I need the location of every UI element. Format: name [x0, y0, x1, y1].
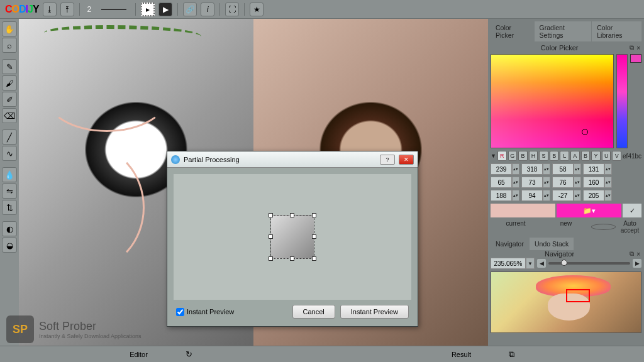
hex-value[interactable]: ef41bc [623, 153, 641, 160]
color-tab-u[interactable]: U [602, 151, 611, 161]
resize-handle[interactable] [269, 213, 273, 217]
curve-tool[interactable]: ∿ [2, 146, 17, 161]
spinner-10[interactable] [552, 190, 574, 201]
close-button[interactable]: ✕ [399, 155, 414, 165]
auto-accept-toggle[interactable]: Auto accept [591, 220, 641, 234]
instant-preview-checkbox[interactable]: Instant Preview [176, 308, 234, 316]
spinner-arrows[interactable]: ▴▾ [574, 163, 581, 175]
color-tab-a[interactable]: A [570, 151, 580, 161]
color-tab-b3[interactable]: B [581, 151, 591, 161]
resize-handle[interactable] [269, 234, 273, 239]
preview-frame-button[interactable]: ▸ [141, 3, 155, 16]
accept-color-button[interactable]: ✓ [623, 204, 641, 217]
dialog-titlebar[interactable]: Partial Processing ? ✕ [167, 151, 418, 168]
crop-selection[interactable] [270, 215, 314, 259]
pen-tool[interactable]: ✎ [2, 59, 17, 74]
import-button[interactable]: ⭳ [43, 3, 57, 16]
spinner-arrows[interactable]: ▴▾ [604, 190, 612, 201]
spinner-arrows[interactable]: ▴▾ [543, 163, 550, 175]
mask-tool[interactable]: ◐ [2, 221, 17, 236]
detach-icon[interactable]: ⧉ [628, 44, 635, 52]
spinner-8[interactable] [491, 190, 512, 201]
instant-preview-button[interactable]: Instant Preview [340, 305, 409, 319]
color-tab-s[interactable]: S [539, 151, 548, 161]
spinner-7[interactable] [583, 177, 604, 188]
spinner-arrows[interactable]: ▴▾ [543, 177, 550, 188]
line-tool[interactable]: ╱ [2, 129, 17, 145]
favorite-button[interactable]: ★ [250, 3, 264, 16]
close-icon[interactable]: × [635, 45, 641, 52]
zoom-next-button[interactable]: ▶ [633, 259, 641, 268]
resize-handle[interactable] [269, 256, 273, 261]
color-tab-y[interactable]: Y [591, 151, 601, 161]
fullscreen-button[interactable]: ⛶ [225, 3, 239, 16]
gradient-pen-tool[interactable]: ✐ [2, 92, 17, 107]
play-button[interactable]: ▶ [158, 3, 172, 16]
viewport-rect[interactable] [566, 289, 590, 302]
tab-color-libraries[interactable]: Color Libraries [592, 21, 641, 41]
decolor-tool[interactable]: ◒ [2, 238, 17, 253]
spinner-11[interactable] [583, 190, 604, 201]
spinner-arrows[interactable]: ▴▾ [574, 190, 581, 201]
spinner-arrows[interactable]: ▴▾ [604, 177, 612, 188]
spinner-2[interactable] [552, 163, 574, 175]
resize-handle[interactable] [312, 256, 316, 261]
detach-icon[interactable]: ⧉ [628, 250, 635, 258]
flip-h-tool[interactable]: ⇋ [2, 184, 17, 199]
info-button[interactable]: i [201, 3, 214, 16]
current-swatch[interactable] [491, 204, 555, 217]
spinner-3[interactable] [583, 163, 604, 175]
brush-tool[interactable]: 🖌 [2, 75, 17, 90]
spinner-arrows[interactable]: ▴▾ [512, 177, 519, 188]
zoom-dropdown[interactable]: ▼ [526, 258, 535, 269]
spinner-9[interactable] [521, 190, 543, 201]
color-tab-v[interactable]: V [612, 151, 621, 161]
zoom-input[interactable] [491, 258, 526, 269]
hue-slider[interactable] [616, 54, 628, 148]
spinner-arrows[interactable]: ▴▾ [543, 190, 550, 201]
zoom-slider[interactable] [548, 262, 630, 265]
link-icon[interactable]: ⧉ [509, 349, 514, 359]
spinner-1[interactable] [521, 163, 543, 175]
color-tab-h[interactable]: H [529, 151, 538, 161]
dialog-preview[interactable] [174, 174, 411, 300]
slider-thumb[interactable] [561, 260, 567, 266]
resize-handle[interactable] [312, 234, 316, 239]
color-tab-g[interactable]: G [508, 151, 518, 161]
cancel-button[interactable]: Cancel [292, 305, 335, 319]
spinner-5[interactable] [521, 177, 543, 188]
zoom-prev-button[interactable]: ◀ [537, 259, 546, 268]
zoom-tool[interactable]: ⌕ [2, 38, 17, 53]
spinner-arrows[interactable]: ▴▾ [512, 190, 519, 201]
hand-tool[interactable]: ✋ [2, 21, 17, 36]
link-button[interactable]: 🔗 [183, 3, 197, 16]
color-tab-r[interactable]: R [497, 151, 507, 161]
resize-handle[interactable] [290, 256, 294, 261]
current-color-swatch[interactable] [630, 54, 641, 63]
spinner-4[interactable] [491, 177, 512, 188]
color-tab-b2[interactable]: B [550, 151, 559, 161]
tab-gradient-settings[interactable]: Gradient Settings [535, 21, 592, 41]
spinner-0[interactable] [491, 163, 512, 175]
resize-handle[interactable] [290, 213, 294, 217]
close-icon[interactable]: × [635, 251, 641, 258]
tab-undo-stack[interactable]: Undo Stack [530, 238, 574, 250]
spinner-arrows[interactable]: ▴▾ [574, 177, 581, 188]
export-button[interactable]: ⭱ [60, 3, 74, 16]
resize-handle[interactable] [312, 213, 316, 217]
color-tab-l[interactable]: L [560, 151, 569, 161]
eyedrop-tool[interactable]: 💧 [2, 167, 17, 182]
tab-navigator[interactable]: Navigator [491, 238, 529, 250]
new-swatch[interactable]: 📁▾ [557, 204, 621, 217]
saturation-field[interactable] [491, 54, 614, 148]
spinner-arrows[interactable]: ▴▾ [512, 163, 519, 175]
color-tab-b[interactable]: B [518, 151, 528, 161]
flip-v-tool[interactable]: ⇅ [2, 200, 17, 215]
eraser-tool[interactable]: ⌫ [2, 108, 17, 123]
spinner-6[interactable] [552, 177, 574, 188]
navigator-preview[interactable] [491, 272, 641, 333]
spinner-arrows[interactable]: ▴▾ [604, 163, 612, 175]
refresh-icon[interactable]: ↻ [186, 349, 192, 359]
tab-color-picker[interactable]: Color Picker [491, 21, 534, 41]
collapse-icon[interactable]: ▼ [491, 153, 496, 159]
